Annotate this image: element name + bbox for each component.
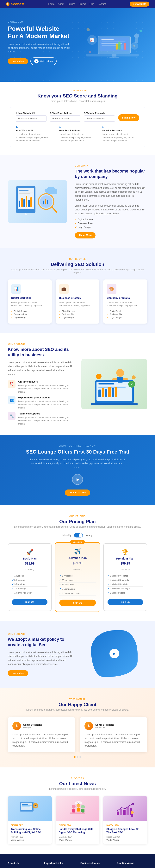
service-feature-2-2: Logo Design	[107, 316, 144, 319]
footer-link-0: About Us	[44, 867, 75, 868]
svg-line-38	[52, 207, 57, 212]
footer-areas-list: SEO Audit Link Building Keyword Research…	[117, 867, 148, 868]
pricing-tag: Our Pricing	[8, 515, 147, 517]
free-trial-play-button[interactable]	[72, 474, 83, 485]
website-url-input[interactable]	[16, 116, 47, 122]
plan-feature-advance-4: 5 Connected Users	[59, 591, 96, 596]
work-point-1: Business Plan	[75, 221, 147, 225]
hero-learn-more-button[interactable]: Learn More	[8, 58, 28, 64]
plan-signup-advance-button[interactable]: Sign Up	[59, 600, 96, 606]
testimonial-dot-1[interactable]	[77, 756, 78, 758]
footer-about-col: About Us There are many variations of pa…	[8, 862, 38, 868]
feature-desc-0: Lorem ipsum dolor sit amet, consectetur …	[18, 384, 74, 394]
pricing-toggle-switch[interactable]	[74, 533, 83, 537]
svg-text:S: S	[7, 3, 8, 5]
svg-rect-30	[19, 200, 20, 207]
work-illustration	[8, 180, 67, 223]
news-content-0: DIGITAL SEO Transforming you Online Buil…	[8, 821, 52, 844]
svg-rect-31	[21, 198, 23, 207]
plan-features-advance: 5 Websites 25 Keywords 15 Backlinks 5 Ca…	[59, 574, 96, 596]
footer-links-title: Important Links	[44, 862, 75, 865]
svg-rect-70	[22, 804, 28, 805]
about-title: Know more about SEO and its utility in b…	[8, 347, 74, 358]
svg-rect-29	[19, 193, 30, 194]
service-feature-0-1: Business Plan	[11, 313, 48, 316]
pricing-card-advance: Upcoming ✈️ Advance Plan $61.99 / Monthl…	[55, 542, 100, 612]
plan-period-advance: / Monthly	[59, 568, 96, 570]
testimonial-name-0: Sonia Stephens	[23, 723, 42, 726]
service-feature-1-0: Digital Service	[59, 310, 96, 313]
svg-rect-41	[47, 200, 48, 205]
nav-blog[interactable]: Blog	[89, 3, 94, 5]
testimonial-dot-2[interactable]	[79, 756, 81, 758]
news-content-1: DIGITAL SEO Handle Every Challenge With …	[56, 821, 100, 844]
about-tag: WHY SEOBAST	[8, 343, 74, 345]
research-input[interactable]	[84, 116, 115, 122]
service-feature-0-0: Digital Service	[11, 310, 48, 313]
plan-signup-basic-button[interactable]: Sign Up	[12, 599, 48, 605]
news-author-0: Wade Warren	[11, 839, 49, 841]
testimonial-dot-0[interactable]	[74, 756, 76, 758]
policy-play-button[interactable]	[109, 649, 119, 658]
svg-rect-71	[22, 805, 32, 806]
footer-areas-title: Practice Areas	[117, 862, 148, 865]
email-input[interactable]	[50, 116, 81, 122]
svg-rect-78	[77, 808, 80, 811]
svg-rect-11	[116, 43, 118, 50]
svg-point-79	[81, 805, 85, 809]
news-title-1: Handle Every Challenge With Digital SEO …	[59, 828, 97, 834]
nav-service[interactable]: Service	[68, 3, 75, 5]
news-tag-1: DIGITAL SEO	[59, 824, 97, 827]
testimonial-info-1: Sonia Stephens Developer	[95, 723, 114, 728]
submit-button[interactable]: Submit Now	[118, 114, 139, 121]
plan-feature-premium-4: Unlimited Users	[107, 591, 143, 595]
svg-point-23	[89, 51, 91, 53]
nav-project[interactable]: Project	[79, 3, 86, 5]
policy-title: We adopt a market policy to create a dig…	[8, 637, 74, 648]
feature-item-0: ⏰ On-time delivery Lorem ipsum dolor sit…	[8, 380, 74, 394]
work-point-2: Logo Design	[75, 225, 147, 229]
email-group: 2. Your Email Address	[50, 112, 81, 122]
seo-solution-subtitle: Lorem ipsum dolor sit amet, consectetur …	[8, 268, 147, 274]
nav-cta-button[interactable]: Get A Quote	[130, 2, 149, 7]
work-learn-more-button[interactable]: About More	[75, 232, 96, 239]
svg-text:🔍: 🔍	[133, 45, 136, 48]
plan-signup-premium-button[interactable]: Sign Up	[107, 599, 143, 605]
plan-period-premium: / Monthly	[107, 568, 143, 571]
nav-contact[interactable]: Contact	[98, 3, 106, 5]
policy-image	[81, 630, 147, 679]
svg-rect-7	[102, 39, 114, 40]
svg-rect-55	[108, 386, 111, 397]
free-trial-section: ENJOY YOUR FREE TRIAL NOW! SEO Lounge Of…	[0, 435, 155, 505]
free-trial-cta-button[interactable]: Contact Us Now	[65, 490, 90, 496]
hero-tag: Digital SEO	[8, 21, 71, 23]
svg-rect-45	[48, 191, 57, 194]
free-trial-tag: ENJOY YOUR FREE TRIAL NOW!	[8, 445, 147, 447]
nav-links: Home About Service Project Blog Contact	[48, 3, 106, 5]
pricing-cards: 🚀 Basic Plan $31.99 / Monthly 1 Website …	[8, 543, 147, 611]
testimonial-header-1: S Sonia Stephens Developer	[84, 722, 143, 730]
testimonial-text-1: Lorem ipsum dolor sit amet, consectetur …	[84, 733, 143, 748]
plan-feature-basic-3: 1 Campaign	[12, 587, 48, 591]
hero-buttons: Learn More Watch Video	[8, 57, 71, 65]
svg-rect-72	[22, 806, 30, 807]
service-icon-1: 💼	[59, 284, 69, 294]
svg-text:📈: 📈	[90, 38, 94, 42]
svg-rect-50	[98, 386, 130, 386]
footer-grid: About Us There are many variations of pa…	[8, 862, 147, 868]
work-title: The work that has become popular by our …	[75, 168, 147, 180]
news-title-0: Transforming you Online Building with Di…	[11, 828, 49, 834]
svg-rect-85	[120, 809, 122, 815]
news-title-2: Sluggish Changes Look On The Best SEO	[106, 828, 144, 834]
policy-learn-more-button[interactable]: Learn More	[8, 670, 28, 676]
hero-watch-video-button[interactable]: Watch Video	[30, 57, 57, 65]
work-desc-1: Lorem ipsum dolor sit amet, consectetur …	[75, 182, 147, 202]
plan-price-basic: $31.99	[12, 561, 48, 568]
nav-about[interactable]: About	[58, 3, 64, 5]
svg-rect-56	[111, 389, 114, 397]
nav-home[interactable]: Home	[48, 3, 54, 5]
email-label: 2. Your Email Address	[50, 112, 81, 114]
svg-point-90	[131, 811, 134, 814]
testimonial-avatar-1: S	[84, 722, 93, 730]
svg-text:💻: 💻	[34, 804, 37, 807]
